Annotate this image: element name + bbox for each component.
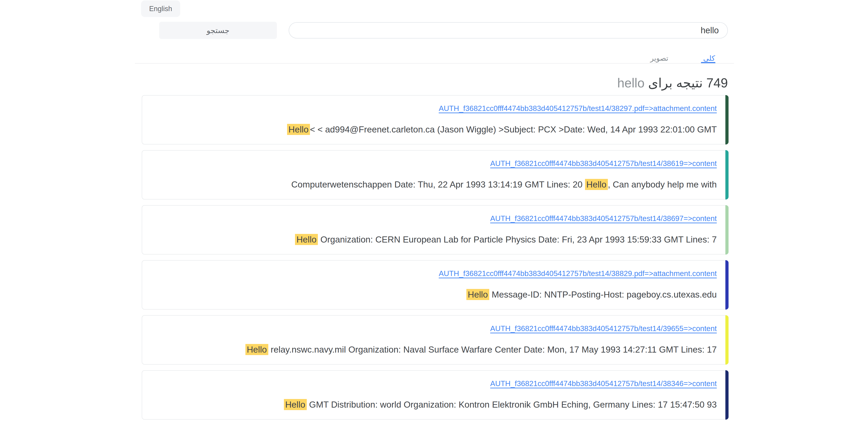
result-card: AUTH_f36821cc0fff4474bb383d405412757b/te… bbox=[142, 260, 728, 309]
snippet-text: , Can anybody help me with bbox=[608, 180, 717, 189]
result-card-content: AUTH_f36821cc0fff4474bb383d405412757b/te… bbox=[142, 261, 725, 309]
result-snippet: Hello GMT Distribution: world Organizati… bbox=[151, 399, 717, 411]
result-link[interactable]: AUTH_f36821cc0fff4474bb383d405412757b/te… bbox=[490, 159, 717, 168]
result-link[interactable]: AUTH_f36821cc0fff4474bb383d405412757b/te… bbox=[490, 379, 717, 388]
result-card-content: AUTH_f36821cc0fff4474bb383d405412757b/te… bbox=[142, 371, 725, 419]
result-color-bar bbox=[725, 370, 728, 420]
result-card-content: AUTH_f36821cc0fff4474bb383d405412757b/te… bbox=[142, 151, 725, 199]
result-card: AUTH_f36821cc0fff4474bb383d405412757b/te… bbox=[142, 150, 728, 200]
search-input[interactable] bbox=[289, 22, 728, 38]
result-color-bar bbox=[725, 150, 728, 200]
result-card-content: AUTH_f36821cc0fff4474bb383d405412757b/te… bbox=[142, 316, 725, 364]
results-label: نتیجه برای bbox=[648, 75, 703, 90]
result-card: AUTH_f36821cc0fff4474bb383d405412757b/te… bbox=[142, 370, 728, 420]
snippet-highlight: Hello bbox=[295, 234, 318, 245]
snippet-text: Message-ID: NNTP-Posting-Host: pageboy.c… bbox=[489, 290, 717, 299]
snippet-text: Computerwetenschappen Date: Thu, 22 Apr … bbox=[291, 180, 585, 189]
result-card: AUTH_f36821cc0fff4474bb383d405412757b/te… bbox=[142, 315, 728, 365]
snippet-text: relay.nswc.navy.mil Organization: Naval … bbox=[268, 345, 717, 354]
result-snippet: Hello relay.nswc.navy.mil Organization: … bbox=[151, 344, 717, 356]
snippet-highlight: Hello bbox=[466, 289, 489, 300]
result-snippet: Hello Message-ID: NNTP-Posting-Host: pag… bbox=[151, 289, 717, 301]
result-card-content: AUTH_f36821cc0fff4474bb383d405412757b/te… bbox=[142, 206, 725, 254]
results-count: 749 bbox=[706, 75, 728, 90]
results-list: AUTH_f36821cc0fff4474bb383d405412757b/te… bbox=[142, 95, 728, 423]
result-color-bar bbox=[725, 95, 728, 145]
result-link[interactable]: AUTH_f36821cc0fff4474bb383d405412757b/te… bbox=[439, 269, 717, 278]
result-snippet: Hello Organization: CERN European Lab fo… bbox=[151, 234, 717, 245]
snippet-highlight: Hello bbox=[287, 124, 310, 135]
result-color-bar bbox=[725, 205, 728, 254]
result-snippet: Computerwetenschappen Date: Thu, 22 Apr … bbox=[151, 179, 717, 190]
result-link[interactable]: AUTH_f36821cc0fff4474bb383d405412757b/te… bbox=[490, 324, 717, 333]
snippet-highlight: Hello bbox=[585, 179, 608, 190]
snippet-highlight: Hello bbox=[284, 399, 307, 410]
result-color-bar bbox=[725, 315, 728, 365]
results-query: hello bbox=[617, 75, 645, 90]
result-link[interactable]: AUTH_f36821cc0fff4474bb383d405412757b/te… bbox=[439, 104, 717, 113]
language-toggle-button[interactable]: English bbox=[141, 0, 180, 17]
tab-image[interactable]: تصویر bbox=[650, 54, 668, 62]
tab-general-active[interactable]: کلی bbox=[703, 54, 715, 62]
snippet-highlight: Hello bbox=[245, 344, 268, 355]
snippet-text: Organization: CERN European Lab for Part… bbox=[318, 235, 717, 244]
snippet-text: < < ad994@Freenet.carleton.ca (Jason Wig… bbox=[310, 125, 717, 134]
result-link[interactable]: AUTH_f36821cc0fff4474bb383d405412757b/te… bbox=[490, 214, 717, 223]
tabs-divider bbox=[135, 63, 734, 64]
result-color-bar bbox=[725, 260, 728, 309]
result-card-content: AUTH_f36821cc0fff4474bb383d405412757b/te… bbox=[142, 96, 725, 144]
results-count-title: 749 نتیجه برای hello bbox=[135, 75, 728, 91]
result-snippet: Hello< < ad994@Freenet.carleton.ca (Jaso… bbox=[151, 124, 717, 135]
search-button[interactable]: جستجو bbox=[159, 22, 277, 39]
snippet-text: GMT Distribution: world Organization: Ko… bbox=[307, 400, 717, 410]
result-card: AUTH_f36821cc0fff4474bb383d405412757b/te… bbox=[142, 95, 728, 145]
result-card: AUTH_f36821cc0fff4474bb383d405412757b/te… bbox=[142, 205, 728, 254]
